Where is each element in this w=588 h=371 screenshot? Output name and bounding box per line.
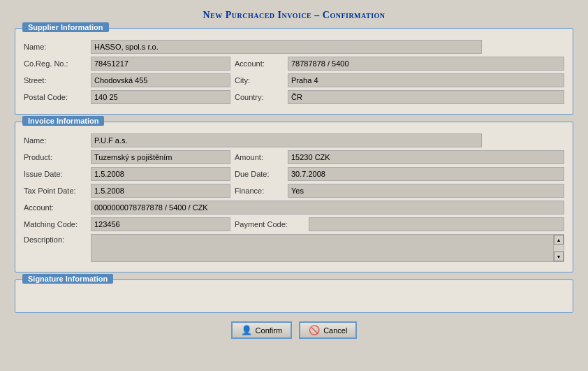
description-wrapper: ▲ ▼ — [91, 234, 564, 262]
invoice-desc-label: Description: — [24, 235, 87, 244]
supplier-section: Supplier Information Name: HASSO, spol.s… — [15, 28, 573, 115]
invoice-account-label: Account: — [24, 203, 87, 212]
invoice-body: Name: P.U.F a.s. Product: Tuzemský s poj… — [24, 133, 564, 262]
supplier-name-label: Name: — [24, 43, 87, 51]
invoice-issue-label: Issue Date: — [24, 170, 87, 178]
invoice-desc-row: Description: ▲ ▼ — [24, 234, 564, 262]
invoice-issue-value: 1.5.2008 — [91, 167, 230, 181]
supplier-postal-value: 140 25 — [91, 90, 230, 104]
button-bar: 👤 Confirm 🚫 Cancel — [231, 321, 358, 339]
supplier-street-value: Chodovská 455 — [91, 73, 230, 87]
scrollbar-down-button[interactable]: ▼ — [554, 252, 564, 261]
signature-legend: Signature Information — [22, 274, 113, 284]
supplier-city-label: City: — [235, 76, 284, 85]
confirm-icon: 👤 — [241, 325, 252, 335]
supplier-country-label: Country: — [235, 93, 284, 101]
invoice-matching-row: Matching Code: 123456 Payment Code: — [24, 217, 564, 231]
invoice-name-label: Name: — [24, 136, 87, 145]
supplier-street-row: Street: Chodovská 455 City: Praha 4 — [24, 73, 564, 87]
invoice-account-row: Account: 0000000078787878 / 5400 / CZK — [24, 201, 564, 214]
signature-section: Signature Information — [15, 279, 573, 313]
supplier-postal-row: Postal Code: 140 25 Country: ČR — [24, 90, 564, 104]
cancel-icon: 🚫 — [309, 325, 320, 335]
supplier-account-label: Account: — [235, 59, 284, 68]
invoice-name-value: P.U.F a.s. — [91, 133, 482, 147]
cancel-label: Cancel — [323, 326, 347, 335]
cancel-button[interactable]: 🚫 Cancel — [299, 321, 357, 339]
invoice-matching-value: 123456 — [91, 217, 230, 231]
supplier-coreg-value: 78451217 — [91, 57, 230, 71]
invoice-legend: Invoice Information — [22, 116, 104, 126]
invoice-amount-label: Amount: — [235, 153, 284, 161]
main-content: Supplier Information Name: HASSO, spol.s… — [15, 28, 573, 313]
invoice-payment-label: Payment Code: — [235, 220, 304, 228]
invoice-due-value: 30.7.2008 — [288, 167, 564, 181]
supplier-name-row: Name: HASSO, spol.s r.o. — [24, 40, 564, 54]
supplier-coreg-label: Co.Reg. No.: — [24, 59, 87, 68]
supplier-country-value: ČR — [288, 90, 564, 104]
confirm-label: Confirm — [256, 326, 283, 335]
signature-body — [24, 291, 564, 305]
invoice-taxpoint-row: Tax Point Date: 1.5.2008 Finance: Yes — [24, 184, 564, 198]
supplier-body: Name: HASSO, spol.s r.o. Co.Reg. No.: 78… — [24, 40, 564, 104]
supplier-postal-label: Postal Code: — [24, 93, 87, 101]
invoice-taxpoint-value: 1.5.2008 — [91, 184, 230, 198]
invoice-account-value: 0000000078787878 / 5400 / CZK — [91, 201, 564, 214]
invoice-product-value: Tuzemský s pojištěním — [91, 150, 230, 164]
invoice-finance-value: Yes — [288, 184, 564, 198]
supplier-name-value: HASSO, spol.s r.o. — [91, 40, 482, 54]
description-input[interactable] — [91, 234, 564, 262]
invoice-matching-label: Matching Code: — [24, 220, 87, 228]
page-title: New Purchaced Invoice – Confirmation — [203, 10, 385, 21]
invoice-taxpoint-label: Tax Point Date: — [24, 187, 87, 195]
invoice-section: Invoice Information Name: P.U.F a.s. Pro… — [15, 122, 573, 272]
supplier-coreg-row: Co.Reg. No.: 78451217 Account: 78787878 … — [24, 57, 564, 71]
supplier-legend: Supplier Information — [22, 22, 109, 32]
supplier-account-value: 78787878 / 5400 — [288, 57, 564, 71]
invoice-issue-row: Issue Date: 1.5.2008 Due Date: 30.7.2008 — [24, 167, 564, 181]
description-scrollbar: ▲ ▼ — [553, 234, 564, 262]
supplier-street-label: Street: — [24, 76, 87, 85]
invoice-due-label: Due Date: — [235, 170, 284, 178]
invoice-finance-label: Finance: — [235, 187, 284, 195]
invoice-payment-value — [309, 217, 564, 231]
invoice-product-row: Product: Tuzemský s pojištěním Amount: 1… — [24, 150, 564, 164]
invoice-product-label: Product: — [24, 153, 87, 161]
scrollbar-up-button[interactable]: ▲ — [554, 235, 564, 245]
invoice-name-row: Name: P.U.F a.s. — [24, 133, 564, 147]
supplier-city-value: Praha 4 — [288, 73, 564, 87]
confirm-button[interactable]: 👤 Confirm — [231, 321, 293, 339]
invoice-amount-value: 15230 CZK — [288, 150, 564, 164]
